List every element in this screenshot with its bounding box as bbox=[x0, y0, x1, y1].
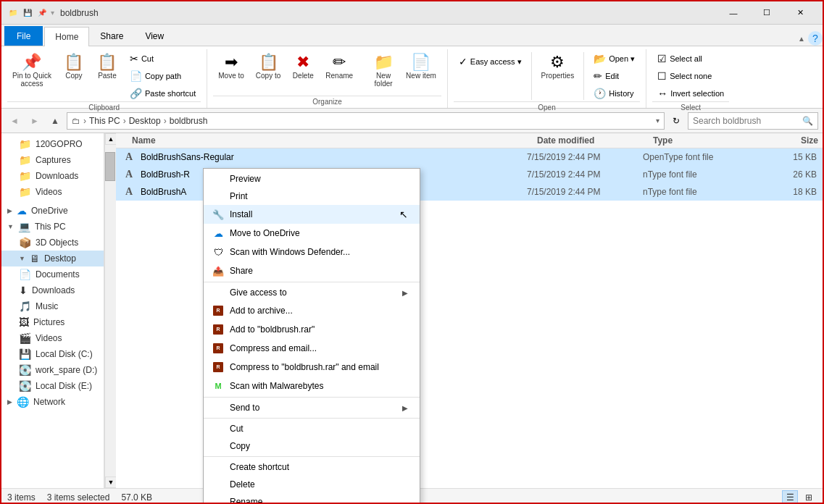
select-all-button[interactable]: ☑ Select all bbox=[652, 51, 729, 67]
sidebar-item-work-d[interactable]: 💽 work_spare (D:) bbox=[1, 362, 104, 378]
delete-button[interactable]: ✖ Delete bbox=[287, 51, 319, 83]
col-header-name[interactable]: Name bbox=[128, 133, 533, 148]
sidebar-item-local-e[interactable]: 💽 Local Disk (E:) bbox=[1, 378, 104, 394]
sidebar-item-downloads[interactable]: ⬇ Downloads bbox=[1, 282, 104, 298]
new-item-icon: 📄 bbox=[411, 54, 430, 70]
select-items: ☑ Select all ☐ Select none ↔ Invert sele… bbox=[652, 49, 729, 101]
sidebar-item-downloads-qa[interactable]: 📁 Downloads bbox=[1, 168, 104, 184]
details-view-button[interactable]: ☰ bbox=[782, 490, 798, 505]
table-row[interactable]: A BoldBrushSans-Regular 7/15/2019 2:44 P… bbox=[116, 148, 823, 166]
sidebar-item-desktop[interactable]: ▼ 🖥 Desktop bbox=[1, 251, 104, 266]
ctx-give-access[interactable]: Give access to ▶ bbox=[204, 284, 420, 301]
copy-path-button[interactable]: 📄 Copy path bbox=[125, 68, 201, 84]
window-title: boldbrush bbox=[60, 8, 99, 18]
crumb-boldbrush[interactable]: boldbrush bbox=[170, 116, 208, 126]
col-header-type[interactable]: Type bbox=[649, 133, 765, 148]
invert-selection-button[interactable]: ↔ Invert selection bbox=[652, 85, 729, 101]
ctx-preview[interactable]: Preview bbox=[204, 170, 420, 188]
search-box[interactable]: 🔍 bbox=[688, 112, 818, 130]
maximize-button[interactable]: ☐ bbox=[750, 1, 783, 25]
col-header-date[interactable]: Date modified bbox=[533, 133, 649, 148]
scroll-down-button[interactable]: ▼ bbox=[105, 476, 117, 488]
cut-button[interactable]: ✂ Cut bbox=[125, 51, 201, 67]
paste-shortcut-button[interactable]: 🔗 Paste shortcut bbox=[125, 85, 201, 101]
ctx-scan-defender[interactable]: 🛡 Scan with Windows Defender... bbox=[204, 243, 420, 261]
ctx-install[interactable]: 🔧 Install ↖ bbox=[204, 205, 420, 224]
column-headers: Name Date modified Type Size bbox=[116, 133, 823, 148]
move-to-button[interactable]: ➡ Move to bbox=[213, 51, 249, 83]
ribbon-collapse-button[interactable]: ▲ bbox=[795, 32, 808, 46]
sidebar-item-videos-qa[interactable]: 📁 Videos bbox=[1, 184, 104, 200]
scroll-up-button[interactable]: ▲ bbox=[105, 133, 117, 145]
downloads-icon: ⬇ bbox=[19, 285, 28, 296]
pin-quick-access-button[interactable]: 📌 Pin to Quickaccess bbox=[7, 51, 57, 91]
copy-button[interactable]: 📋 Copy bbox=[58, 51, 90, 83]
minimize-button[interactable]: — bbox=[717, 1, 750, 25]
open-button[interactable]: 📂 Open ▾ bbox=[588, 51, 640, 67]
ctx-compress-boldbrush-email[interactable]: R Compress to "boldbrush.rar" and email bbox=[204, 358, 420, 377]
col-header-size[interactable]: Size bbox=[765, 133, 823, 148]
refresh-button[interactable]: ↻ bbox=[667, 112, 685, 130]
properties-button[interactable]: ⚙ Properties bbox=[536, 51, 580, 83]
ctx-print-label: Print bbox=[230, 191, 408, 201]
history-button[interactable]: 🕐 History bbox=[588, 85, 640, 101]
ctx-add-boldbrush-rar[interactable]: R Add to "boldbrush.rar" bbox=[204, 320, 420, 339]
sidebar-item-captures[interactable]: 📁 Captures bbox=[1, 152, 104, 168]
ctx-move-onedrive[interactable]: ☁ Move to OneDrive bbox=[204, 224, 420, 243]
back-button[interactable]: ◄ bbox=[6, 112, 23, 130]
ribbon: 📌 Pin to Quickaccess 📋 Copy 📋 Paste ✂ Cu… bbox=[1, 46, 823, 109]
sidebar-item-documents[interactable]: 📄 Documents bbox=[1, 266, 104, 282]
copy-to-button[interactable]: 📋 Copy to bbox=[251, 51, 286, 83]
ctx-copy[interactable]: Copy bbox=[204, 437, 420, 455]
ctx-delete[interactable]: Delete bbox=[204, 476, 420, 493]
ctx-scan-malwarebytes[interactable]: M Scan with Malwarebytes bbox=[204, 377, 420, 395]
crumb-thispc[interactable]: This PC bbox=[89, 116, 120, 126]
file-size: 15 KB bbox=[759, 152, 817, 162]
search-input[interactable] bbox=[693, 116, 799, 126]
ctx-compress-email[interactable]: R Compress and email... bbox=[204, 339, 420, 358]
ctx-create-shortcut[interactable]: Create shortcut bbox=[204, 458, 420, 476]
tab-file[interactable]: File bbox=[4, 26, 43, 46]
tab-home[interactable]: Home bbox=[44, 27, 89, 46]
sidebar-item-local-c[interactable]: 💾 Local Disk (C:) bbox=[1, 346, 104, 362]
rename-button[interactable]: ✏ Rename bbox=[320, 51, 358, 83]
sidebar-item-pictures[interactable]: 🖼 Pictures bbox=[1, 314, 104, 330]
expand-icon: ▶ bbox=[7, 398, 12, 406]
sidebar-item-3dobjects[interactable]: 📦 3D Objects bbox=[1, 235, 104, 251]
ctx-mb-icon: M bbox=[212, 380, 224, 392]
tab-share[interactable]: Share bbox=[89, 26, 134, 46]
pc-icon: 💻 bbox=[18, 221, 30, 232]
sidebar-item-videos[interactable]: 🎬 Videos bbox=[1, 330, 104, 346]
ctx-add-archive[interactable]: R Add to archive... bbox=[204, 301, 420, 320]
tab-view[interactable]: View bbox=[134, 26, 175, 46]
select-none-button[interactable]: ☐ Select none bbox=[652, 68, 729, 84]
crumb-desktop[interactable]: Desktop bbox=[129, 116, 161, 126]
sidebar-item-120gopro[interactable]: 📁 120GOPRO bbox=[1, 136, 104, 152]
ctx-print[interactable]: Print bbox=[204, 188, 420, 205]
new-folder-button[interactable]: 📁 Newfolder bbox=[367, 51, 399, 91]
sidebar-item-thispc[interactable]: ▼ 💻 This PC bbox=[1, 219, 104, 235]
help-button[interactable]: ? bbox=[808, 31, 823, 46]
sidebar-item-onedrive[interactable]: ▶ ☁ OneDrive bbox=[1, 203, 104, 219]
sidebar-item-label: Desktop bbox=[44, 253, 76, 264]
forward-button[interactable]: ► bbox=[26, 112, 43, 130]
ctx-share[interactable]: 📤 Share bbox=[204, 261, 420, 280]
large-icons-view-button[interactable]: ⊞ bbox=[801, 490, 817, 505]
ctx-add-boldbrush-rar-label: Add to "boldbrush.rar" bbox=[230, 324, 408, 335]
address-box[interactable]: 🗀 › This PC › Desktop › boldbrush ▾ bbox=[67, 112, 665, 130]
sidebar-item-network[interactable]: ▶ 🌐 Network bbox=[1, 394, 104, 410]
ctx-give-access-label: Give access to bbox=[230, 287, 396, 298]
ctx-rename[interactable]: Rename bbox=[204, 493, 420, 504]
easy-access-button[interactable]: ✓ Easy access ▾ bbox=[454, 54, 527, 70]
up-button[interactable]: ▲ bbox=[46, 112, 64, 130]
ctx-cut[interactable]: Cut bbox=[204, 420, 420, 437]
sidebar-item-music[interactable]: 🎵 Music bbox=[1, 298, 104, 314]
edit-button[interactable]: ✏ Edit bbox=[588, 68, 640, 84]
close-button[interactable]: ✕ bbox=[783, 1, 817, 25]
file-type-icon: A bbox=[122, 150, 136, 164]
new-item-button[interactable]: 📄 New item bbox=[401, 51, 441, 83]
paste-button[interactable]: 📋 Paste bbox=[91, 51, 123, 83]
ctx-scan-malwarebytes-label: Scan with Malwarebytes bbox=[230, 381, 408, 391]
ctx-send-to[interactable]: Send to ▶ bbox=[204, 399, 420, 416]
scroll-thumb[interactable] bbox=[105, 152, 115, 181]
